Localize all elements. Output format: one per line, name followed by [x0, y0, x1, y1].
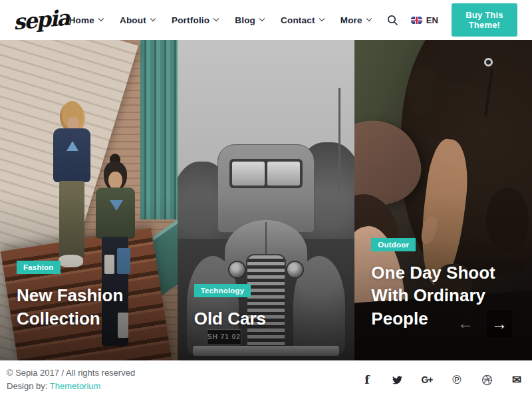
header: sepia Home About Portfolio Blog Contact …	[0, 0, 532, 40]
slide-title[interactable]: New Fashion Collection	[17, 284, 168, 330]
slide-title[interactable]: Old Cars	[194, 307, 346, 330]
category-badge[interactable]: Outdoor	[371, 238, 416, 251]
woman-sweater-shape	[96, 188, 135, 239]
language-switcher[interactable]: EN	[411, 15, 438, 25]
page: sepia Home About Portfolio Blog Contact …	[0, 0, 532, 399]
site-logo[interactable]: sepia	[13, 7, 70, 33]
nav-item-portfolio[interactable]: Portfolio	[172, 15, 218, 25]
man-sweater-shape	[53, 128, 90, 183]
dribbble-icon[interactable]	[481, 374, 493, 386]
chevron-down-icon	[213, 16, 219, 21]
nav-label: Blog	[235, 15, 255, 25]
slide-fashion[interactable]: Fashion New Fashion Collection	[0, 40, 178, 360]
copyright-text: © Sepia 2017 / All rights reserved	[7, 366, 135, 380]
nav-item-blog[interactable]: Blog	[235, 15, 264, 25]
email-icon[interactable]: ✉	[511, 374, 523, 386]
nav-label: Contact	[281, 15, 315, 25]
man-face-shape	[67, 117, 78, 130]
facebook-icon[interactable]: f	[361, 374, 373, 386]
slide-caption: Technology Old Cars	[194, 284, 346, 330]
hoodie-drawstring-shape	[484, 68, 493, 116]
sweater-triangle-shape	[66, 141, 78, 151]
nav-label: About	[120, 15, 146, 25]
woman-hair-bun-shape	[110, 154, 120, 166]
footer: © Sepia 2017 / All rights reserved Desig…	[0, 360, 532, 399]
slide-old-cars[interactable]: SH 71 02 Technology Old Cars	[178, 40, 355, 360]
chevron-down-icon	[98, 16, 104, 21]
truck-bumper-shape	[193, 346, 339, 355]
woman-face-shape	[108, 172, 122, 190]
portfolio-slider: Fashion New Fashion Collection	[0, 40, 532, 360]
footer-credits: © Sepia 2017 / All rights reserved Desig…	[7, 366, 135, 393]
design-by-label: Design by:	[7, 381, 47, 391]
hair-curl-shape	[436, 40, 482, 84]
man-pants-shape	[59, 181, 84, 258]
foliage-shape	[178, 162, 238, 303]
nav-label: More	[340, 15, 362, 25]
google-plus-icon[interactable]: G+	[421, 374, 433, 386]
social-links: f G+ ℗ ✉	[361, 374, 523, 386]
headlight-shape	[286, 261, 304, 279]
slide-caption: Fashion New Fashion Collection	[17, 261, 168, 330]
hood-seam-shape	[265, 222, 267, 265]
uk-flag-icon	[411, 17, 422, 24]
category-badge[interactable]: Technology	[194, 284, 251, 297]
slider-next-arrow-icon[interactable]: →	[487, 310, 512, 338]
nav-item-about[interactable]: About	[120, 15, 155, 25]
sweater-triangle-shape	[110, 200, 123, 211]
foliage-shape	[287, 142, 354, 303]
themetorium-link[interactable]: Themetorium	[50, 381, 101, 391]
language-code: EN	[426, 15, 438, 25]
nav-item-more[interactable]: More	[340, 15, 371, 25]
man-hair-shape	[62, 101, 83, 130]
category-badge[interactable]: Fashion	[17, 261, 61, 274]
hoodie-eyelet-shape	[484, 58, 493, 66]
nav-label: Home	[69, 15, 94, 25]
buy-theme-button[interactable]: Buy This Theme!	[452, 3, 517, 37]
pole-shape	[338, 88, 340, 190]
chevron-down-icon	[366, 16, 372, 21]
truck-cab-shape	[217, 144, 315, 233]
truck-hood-shape	[225, 220, 307, 267]
twitter-icon[interactable]	[391, 374, 403, 386]
nav-item-contact[interactable]: Contact	[281, 15, 324, 25]
slider-prev-arrow-icon[interactable]: ←	[454, 312, 477, 334]
nav-label: Portfolio	[172, 15, 209, 25]
woman-hat-shape	[354, 108, 429, 218]
design-by-line: Design by: Themetorium	[7, 380, 135, 393]
hair-curl-shape	[408, 66, 440, 117]
pinterest-icon[interactable]: ℗	[451, 374, 463, 386]
search-icon[interactable]	[387, 15, 398, 26]
chevron-down-icon	[319, 16, 324, 21]
truck-windshield-shape	[229, 159, 303, 189]
red-brick-wall-shape	[0, 40, 71, 297]
main-nav: Home About Portfolio Blog Contact More	[69, 15, 371, 25]
chevron-down-icon	[150, 16, 156, 21]
teal-railing-shape	[140, 40, 178, 219]
nav-item-home[interactable]: Home	[69, 15, 103, 25]
woman-hair-shape	[104, 162, 127, 190]
headlight-shape	[228, 261, 246, 279]
license-plate: SH 71 02	[207, 329, 242, 345]
chevron-down-icon	[259, 16, 265, 21]
